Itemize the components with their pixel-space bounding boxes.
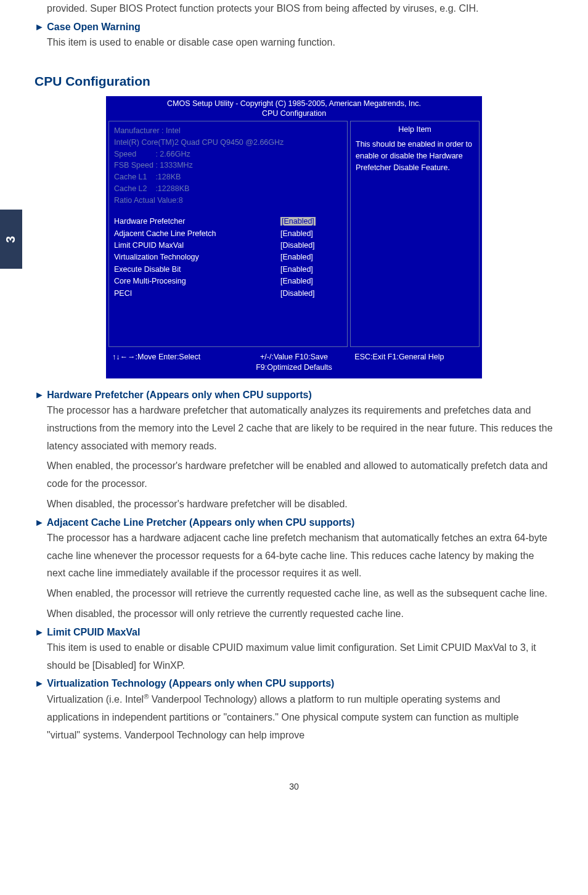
heading-virtualization: ► Virtualization Technology (Appears onl…: [35, 678, 553, 689]
heading-hardware-prefetcher: ► Hardware Prefetcher (Appears only when…: [35, 390, 553, 401]
bios-setting-label: Adjacent Cache Line Prefetch: [114, 228, 280, 240]
bios-footer: ↑↓←→:Move Enter:Select +/-/:Value F10:Sa…: [106, 349, 482, 378]
bios-setting-label: PECI: [114, 288, 280, 300]
heading-text: ► Case Open Warning: [35, 22, 141, 32]
bios-screenshot: CMOS Setup Utility - Copyright (C) 1985-…: [106, 96, 482, 378]
bios-footer-defaults: F9:Optimized Defaults: [234, 362, 355, 374]
adj-p2: When enabled, the processor will retriev…: [47, 585, 553, 603]
bios-setting-value: [Enabled]: [280, 251, 342, 263]
heading-limit-cpuid: ► Limit CPUID MaxVal: [35, 627, 553, 638]
cpuid-p1: This item is used to enable or disable C…: [47, 639, 553, 675]
bios-footer-col3: ESC:Exit F1:General Help: [354, 352, 476, 374]
heading-case-open-warning: ► Case Open Warning: [35, 22, 553, 33]
bios-setting-value: [Enabled]: [280, 216, 342, 227]
bios-setting-label: Hardware Prefetcher: [114, 216, 280, 227]
bios-footer-move: ↑↓←→:Move Enter:Select: [112, 352, 234, 363]
bios-setting-row: Core Multi-Procesing[Enabled]: [114, 276, 342, 287]
bios-help-title: Help Item: [356, 125, 474, 139]
page-number: 30: [0, 762, 588, 803]
heading-adjacent-cache: ► Adjacent Cache Line Pretcher (Appears …: [35, 517, 553, 528]
virt-p1: Virtualization (i.e. Intel® Vanderpool T…: [47, 690, 553, 745]
page-content: provided. Super BIOS Protect function pr…: [0, 0, 588, 762]
bios-fsb: FSB Speed : 1333MHz: [114, 160, 342, 171]
bios-setting-row: Adjacent Cache Line Prefetch[Enabled]: [114, 228, 342, 240]
bios-cpu-info: Manufacturer : Intel Intel(R) Core(TM)2 …: [114, 125, 342, 206]
bios-footer-col1: ↑↓←→:Move Enter:Select: [112, 352, 234, 374]
bios-footer-esc: ESC:Exit F1:General Help: [354, 352, 476, 363]
bios-l2: Cache L2 :12288KB: [114, 183, 342, 195]
bios-setting-row: Hardware Prefetcher[Enabled]: [114, 216, 342, 227]
bios-panels: Manufacturer : Intel Intel(R) Core(TM)2 …: [106, 121, 482, 349]
bios-footer-value: +/-/:Value F10:Save: [234, 352, 355, 363]
bios-help-panel: Help Item This should be enabled in orde…: [350, 121, 480, 347]
chapter-side-tab: 3: [0, 210, 22, 269]
virt-p1a: Virtualization (i.e. Intel: [47, 695, 144, 705]
bios-manufacturer: Manufacturer : Intel: [114, 125, 342, 137]
main-heading-cpu-config: CPU Configuration: [35, 74, 553, 89]
bios-setting-value: [Enabled]: [280, 228, 342, 240]
bios-setting-value: [Enabled]: [280, 264, 342, 276]
bios-setting-label: Limit CPUID MaxVal: [114, 240, 280, 251]
bios-settings-list: Hardware Prefetcher[Enabled]Adjacent Cac…: [114, 216, 342, 300]
bios-setting-row: Execute Disable Bit[Enabled]: [114, 264, 342, 276]
bios-setting-row: PECI[Disabled]: [114, 288, 342, 300]
bios-setting-value: [Disabled]: [280, 288, 342, 300]
bios-title: CMOS Setup Utility - Copyright (C) 1985-…: [106, 96, 482, 121]
bios-setting-value: [Enabled]: [280, 276, 342, 287]
bios-setting-label: Virtualization Technology: [114, 251, 280, 263]
bios-footer-col2: +/-/:Value F10:Save F9:Optimized Default…: [234, 352, 355, 374]
bios-setting-row: Limit CPUID MaxVal[Disabled]: [114, 240, 342, 251]
bios-setting-label: Core Multi-Procesing: [114, 276, 280, 287]
bios-title-line1: CMOS Setup Utility - Copyright (C) 1985-…: [106, 99, 482, 108]
bios-ratio: Ratio Actual Value:8: [114, 195, 342, 206]
case-open-paragraph: This item is used to enable or disable c…: [47, 34, 553, 52]
bios-title-line2: CPU Configuration: [106, 108, 482, 118]
adj-p3: When disabled, the processor will only r…: [47, 605, 553, 623]
bios-l1: Cache L1 :128KB: [114, 171, 342, 183]
intro-paragraph-1: provided. Super BIOS Protect function pr…: [47, 0, 553, 18]
bios-setting-row: Virtualization Technology[Enabled]: [114, 251, 342, 263]
bios-cpu-model: Intel(R) Core(TM)2 Quad CPU Q9450 @2.66G…: [114, 137, 342, 149]
hw-pref-p1: The processor has a hardware prefetcher …: [47, 402, 553, 455]
hw-pref-p3: When disabled, the processor's hardware …: [47, 496, 553, 513]
bios-left-panel: Manufacturer : Intel Intel(R) Core(TM)2 …: [108, 121, 348, 347]
bios-help-text: This should be enabled in order to enabl…: [356, 139, 474, 173]
bios-setting-value: [Disabled]: [280, 240, 342, 251]
bios-setting-label: Execute Disable Bit: [114, 264, 280, 276]
chapter-number: 3: [4, 235, 18, 242]
adj-p1: The processor has a hardware adjacent ca…: [47, 529, 553, 582]
hw-pref-p2: When enabled, the processor's hardware p…: [47, 457, 553, 493]
bios-speed: Speed : 2.66GHz: [114, 149, 342, 160]
